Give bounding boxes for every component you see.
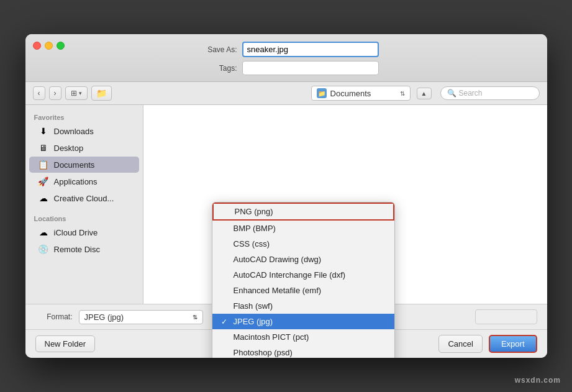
sidebar-item-desktop[interactable]: 🖥 Desktop (29, 140, 139, 156)
close-button[interactable] (33, 42, 41, 50)
format-extra-field (475, 309, 537, 324)
locations-label: Locations (25, 212, 143, 224)
desktop-icon: 🖥 (38, 142, 49, 153)
applications-icon: 🚀 (38, 176, 49, 187)
dropdown-item-jpeg[interactable]: ✓JPEG (jpg) (212, 314, 394, 329)
format-select[interactable]: JPEG (jpg) ⇅ (79, 310, 203, 324)
cancel-button[interactable]: Cancel (438, 335, 482, 353)
back-button[interactable]: ‹ (33, 86, 45, 100)
format-dropdown-menu[interactable]: PNG (png)BMP (BMP)CSS (css)AutoCAD Drawi… (212, 202, 395, 358)
sidebar: Favorites ⬇ Downloads 🖥 Desktop 📋 Docume… (25, 105, 143, 304)
sidebar-item-label-downloads: Downloads (54, 127, 94, 136)
dropdown-item-label: Macintosh PICT (pct) (234, 332, 309, 342)
view-chevron: ▾ (79, 90, 82, 96)
documents-icon: 📋 (38, 159, 49, 170)
toolbar: ‹ › ⊞ ▾ 📁 📁 Documents ⇅ ▲ 🔍 Search (25, 82, 547, 105)
sidebar-item-label-icloud: iCloud Drive (54, 228, 98, 237)
dropdown-item-label: JPEG (jpg) (234, 317, 273, 326)
dropdown-item-autocad-dxf[interactable]: AutoCAD Interchange File (dxf) (212, 267, 394, 283)
format-selected-value: JPEG (jpg) (84, 312, 124, 322)
dropdown-item-autocad-dwg[interactable]: AutoCAD Drawing (dwg) (212, 252, 394, 267)
format-dropdown-arrow: ⇅ (193, 314, 197, 321)
save-dialog: Save As: Tags: ‹ › ⊞ ▾ 📁 📁 Documents ⇅ ▲ (25, 34, 547, 358)
dropdown-item-bmp[interactable]: BMP (BMP) (212, 221, 394, 236)
search-placeholder: Search (459, 89, 483, 98)
save-as-row: Save As: (194, 42, 379, 57)
sidebar-item-label-remote-disc: Remote Disc (54, 245, 100, 254)
traffic-lights (33, 42, 65, 50)
sidebar-item-label-applications: Applications (54, 177, 98, 186)
sidebar-item-label-desktop: Desktop (54, 144, 84, 153)
chevron-up-icon: ▲ (421, 90, 427, 97)
checkmark-icon: ✓ (221, 317, 230, 326)
dropdown-item-emf[interactable]: Enhanced Metafile (emf) (212, 283, 394, 298)
forward-button[interactable]: › (49, 86, 61, 100)
dropdown-item-swf[interactable]: Flash (swf) (212, 298, 394, 314)
downloads-icon: ⬇ (38, 125, 49, 137)
dropdown-item-png[interactable]: PNG (png) (212, 203, 394, 221)
title-bar: Save As: Tags: (25, 34, 547, 82)
dropdown-item-pct[interactable]: Macintosh PICT (pct) (212, 329, 394, 345)
tags-row: Tags: (194, 61, 379, 75)
location-folder-icon: 📁 (317, 88, 327, 98)
dropdown-item-label: PNG (png) (235, 207, 273, 216)
new-folder-toolbar-button[interactable]: 📁 (91, 86, 112, 101)
folder-icon: 📁 (96, 88, 107, 98)
watermark-text: wsxdn.com (515, 376, 561, 385)
save-as-label: Save As: (194, 45, 237, 54)
icloud-icon: ☁ (38, 227, 49, 238)
tags-input[interactable] (242, 61, 379, 75)
favorites-label: Favorites (25, 111, 143, 122)
maximize-button[interactable] (57, 42, 65, 50)
sidebar-item-creative-cloud[interactable]: ☁ Creative Cloud... (29, 190, 139, 206)
sidebar-item-icloud-drive[interactable]: ☁ iCloud Drive (29, 224, 139, 240)
save-as-input[interactable] (242, 42, 379, 57)
remote-disc-icon: 💿 (38, 244, 49, 255)
bottom-right-buttons: Cancel Export (438, 335, 537, 353)
dropdown-item-label: Flash (swf) (234, 301, 273, 311)
export-button[interactable]: Export (489, 335, 537, 353)
sidebar-item-applications[interactable]: 🚀 Applications (29, 173, 139, 189)
dropdown-item-label: CSS (css) (234, 239, 270, 248)
location-dropdown[interactable]: 📁 Documents ⇅ (311, 86, 411, 101)
sidebar-item-remote-disc[interactable]: 💿 Remote Disc (29, 241, 139, 257)
minimize-button[interactable] (45, 42, 53, 50)
search-box[interactable]: 🔍 Search (440, 86, 540, 100)
creative-cloud-icon: ☁ (38, 193, 49, 204)
dropdown-item-label: Photoshop (psd) (234, 348, 293, 357)
sidebar-item-documents[interactable]: 📋 Documents (29, 157, 139, 173)
format-label: Format: (35, 312, 73, 321)
view-button[interactable]: ⊞ ▾ (65, 86, 88, 100)
sidebar-item-label-creative-cloud: Creative Cloud... (54, 194, 114, 203)
dropdown-item-psd[interactable]: Photoshop (psd) (212, 345, 394, 358)
expand-button[interactable]: ▲ (417, 88, 432, 99)
tags-label: Tags: (194, 64, 237, 73)
new-folder-button[interactable]: New Folder (35, 335, 95, 352)
location-label: Documents (330, 89, 396, 98)
dropdown-arrows: ⇅ (400, 90, 405, 97)
dropdown-item-label: AutoCAD Interchange File (dxf) (234, 270, 346, 280)
dropdown-item-label: BMP (BMP) (234, 224, 276, 233)
view-icon: ⊞ (71, 89, 77, 98)
dropdown-item-label: Enhanced Metafile (emf) (234, 286, 322, 295)
search-icon: 🔍 (447, 89, 456, 98)
dropdown-item-css[interactable]: CSS (css) (212, 236, 394, 252)
sidebar-item-label-documents: Documents (54, 160, 95, 170)
sidebar-item-downloads[interactable]: ⬇ Downloads (29, 123, 139, 139)
dropdown-item-label: AutoCAD Drawing (dwg) (234, 255, 322, 264)
